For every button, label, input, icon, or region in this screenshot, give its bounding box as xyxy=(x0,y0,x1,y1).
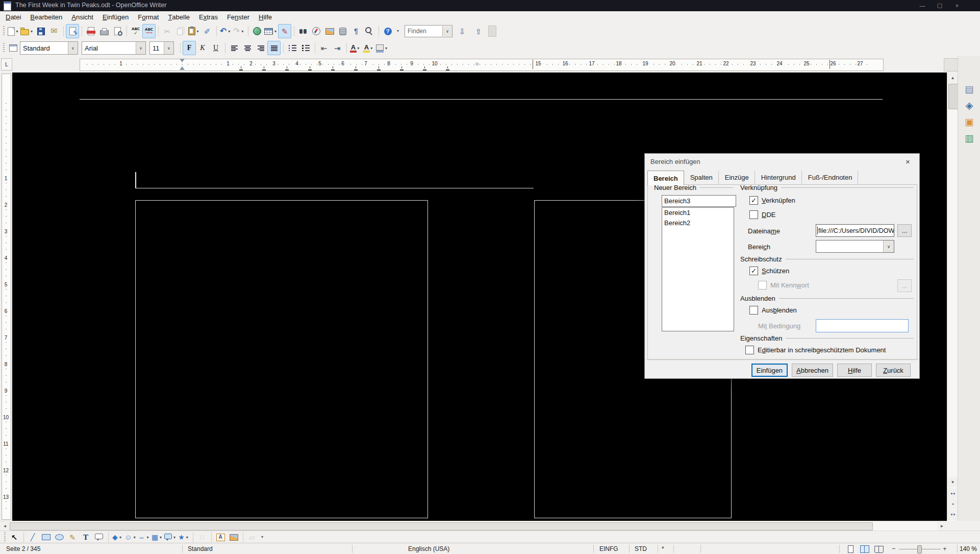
line-icon[interactable]: ╱ xyxy=(26,531,39,543)
chevron-down-icon[interactable]: ∨ xyxy=(136,42,145,54)
vertical-scroll-thumb[interactable] xyxy=(948,84,958,109)
dde-checkbox[interactable]: ✓ DDE xyxy=(749,210,775,219)
dateiname-browse-button[interactable]: ... xyxy=(897,224,912,237)
menu-extras[interactable]: Extras xyxy=(194,11,222,22)
tab-fuss-endnoten[interactable]: Fuß-/Endnoten xyxy=(802,171,859,184)
zurueck-button[interactable]: Zurück xyxy=(876,364,911,377)
horizontal-scrollbar[interactable]: ◄ ► xyxy=(0,521,947,531)
fontwork-icon[interactable]: A xyxy=(214,531,227,543)
multi-page-view-icon[interactable] xyxy=(859,545,870,553)
table-cell-left[interactable] xyxy=(135,200,428,518)
text-icon[interactable]: T xyxy=(79,531,92,543)
font-size-select[interactable]: 11 ∨ xyxy=(149,41,174,55)
section-list[interactable]: Bereich1Bereich2 xyxy=(662,207,734,331)
font-name-select[interactable]: Arial ∨ xyxy=(82,41,146,55)
freeform-icon[interactable]: ✎ xyxy=(66,531,79,543)
symbol-shapes-icon[interactable]: ☺ ▾ xyxy=(124,531,137,543)
toolbar-overflow-icon[interactable]: ▾ xyxy=(394,24,401,38)
find-replace-icon[interactable] xyxy=(296,24,310,38)
editierbar-checkbox[interactable]: ✓ Editierbar in schreibgeschütztem Dokum… xyxy=(745,346,886,354)
bold-icon[interactable]: F xyxy=(183,41,196,55)
underline-icon[interactable]: U xyxy=(209,41,222,55)
hilfe-button[interactable]: Hilfe xyxy=(837,364,872,377)
align-right-icon[interactable] xyxy=(254,41,267,55)
style-panel-icon[interactable] xyxy=(7,41,20,55)
ellipse-icon[interactable] xyxy=(53,531,66,543)
tab-hintergrund[interactable]: Hintergrund xyxy=(755,171,802,184)
ausblenden-checkbox[interactable]: ✓ Ausblenden xyxy=(749,306,797,315)
sidebar-gallery-icon[interactable]: ▣ xyxy=(962,114,976,129)
italic-icon[interactable]: K xyxy=(196,41,209,55)
sidebar-navigator-icon[interactable]: ◈ xyxy=(962,98,976,112)
open-icon[interactable]: ▾ xyxy=(20,24,34,38)
find-input[interactable]: Finden ∨ xyxy=(405,25,453,37)
justify-icon[interactable] xyxy=(267,41,281,55)
page-style-field[interactable]: Standard xyxy=(188,545,213,552)
list-item-bereich2[interactable]: Bereich2 xyxy=(662,218,734,228)
tab-spalten[interactable]: Spalten xyxy=(684,171,719,184)
sidebar-styles-icon[interactable]: ▥ xyxy=(962,131,976,145)
page-number-field[interactable]: Seite 2 / 345 xyxy=(6,545,40,552)
mit-bedingung-input[interactable] xyxy=(816,319,909,332)
verknuepfen-checkbox[interactable]: ✓ Verknüpfen xyxy=(749,196,795,205)
data-sources-icon[interactable] xyxy=(336,24,349,38)
list-item-bereich1[interactable]: Bereich1 xyxy=(662,208,734,218)
minimize-button[interactable]: — xyxy=(915,0,930,11)
edit-file-icon[interactable] xyxy=(66,24,79,38)
menu-tabelle[interactable]: Tabelle xyxy=(163,11,194,22)
zoom-in-icon[interactable]: + xyxy=(943,545,947,552)
chevron-down-icon[interactable]: ∨ xyxy=(442,26,452,36)
find-previous-button[interactable]: ⇧ xyxy=(472,24,485,38)
abbrechen-button[interactable]: Abbrechen xyxy=(792,364,833,377)
scroll-left-icon[interactable]: ◄ xyxy=(0,521,10,531)
save-icon[interactable] xyxy=(34,24,47,38)
maximize-button[interactable]: ▢ xyxy=(932,0,947,11)
select-arrow-icon[interactable]: ↖ xyxy=(8,531,21,543)
copy-icon[interactable] xyxy=(174,24,187,38)
vertical-scrollbar[interactable]: ▲ ▼ ▲▲ ● ▼▼ xyxy=(947,73,958,521)
zoom-out-icon[interactable]: − xyxy=(892,545,896,552)
zoom-level-field[interactable]: 140 % xyxy=(960,545,977,552)
find-next-button[interactable]: ⇩ xyxy=(456,24,469,38)
email-icon[interactable]: ✉ xyxy=(47,24,61,38)
picture-icon[interactable] xyxy=(227,531,240,543)
nonprinting-icon[interactable]: ¶ xyxy=(349,24,363,38)
numbered-list-icon[interactable] xyxy=(286,41,299,55)
tab-type-selector[interactable]: L xyxy=(1,58,12,70)
single-page-view-icon[interactable] xyxy=(845,545,856,553)
chevron-down-icon[interactable]: ∨ xyxy=(68,42,78,54)
language-field[interactable]: Englisch (USA) xyxy=(408,545,449,552)
menu-einfuegen[interactable]: Einfügen xyxy=(98,11,133,22)
bereich-select[interactable]: ∨ xyxy=(816,240,894,253)
chevron-down-icon[interactable]: ∨ xyxy=(883,240,894,252)
menu-bearbeiten[interactable]: Bearbeiten xyxy=(26,11,67,22)
paragraph-style-select[interactable]: Standard ∨ xyxy=(20,41,78,55)
book-view-icon[interactable] xyxy=(873,545,885,553)
export-pdf-icon[interactable] xyxy=(84,24,97,38)
stars-icon[interactable]: ★ ▾ xyxy=(177,531,190,543)
redo-icon[interactable]: ↷ ▾ xyxy=(232,24,245,38)
selection-mode-field[interactable]: STD xyxy=(635,545,647,552)
section-name-input[interactable]: Bereich3 xyxy=(662,195,736,207)
paste-icon[interactable]: ▾ xyxy=(187,24,200,38)
format-paintbrush-icon[interactable]: ✐ xyxy=(200,24,214,38)
close-button[interactable]: × xyxy=(949,0,965,11)
decrease-indent-icon[interactable]: ⇤ xyxy=(317,41,331,55)
rectangle-icon[interactable] xyxy=(39,531,53,543)
schuetzen-checkbox[interactable]: ✓ Schützen xyxy=(749,267,789,275)
scroll-right-icon[interactable]: ► xyxy=(937,521,947,531)
navigator-icon[interactable] xyxy=(310,24,323,38)
undo-icon[interactable]: ↶ ▾ xyxy=(219,24,232,38)
toolbar-overflow-icon[interactable]: ▾ xyxy=(259,531,266,543)
basic-shapes-icon[interactable]: ◆ ▾ xyxy=(111,531,124,543)
sidebar-properties-icon[interactable]: ▤ xyxy=(962,82,976,96)
navigation-dot-button[interactable]: ● xyxy=(947,499,958,509)
ruler-middle-handle[interactable]: ≡ xyxy=(475,61,479,67)
cut-icon[interactable]: ✂ xyxy=(161,24,174,38)
draw-functions-icon[interactable]: ✎ xyxy=(278,24,291,38)
scroll-up-icon[interactable]: ▲ xyxy=(947,73,958,83)
background-color-icon[interactable]: ▾ xyxy=(375,41,389,55)
table-icon[interactable]: ▾ xyxy=(264,24,278,38)
extrusion-icon[interactable]: ▱ xyxy=(245,531,259,543)
menu-format[interactable]: Format xyxy=(133,11,163,22)
